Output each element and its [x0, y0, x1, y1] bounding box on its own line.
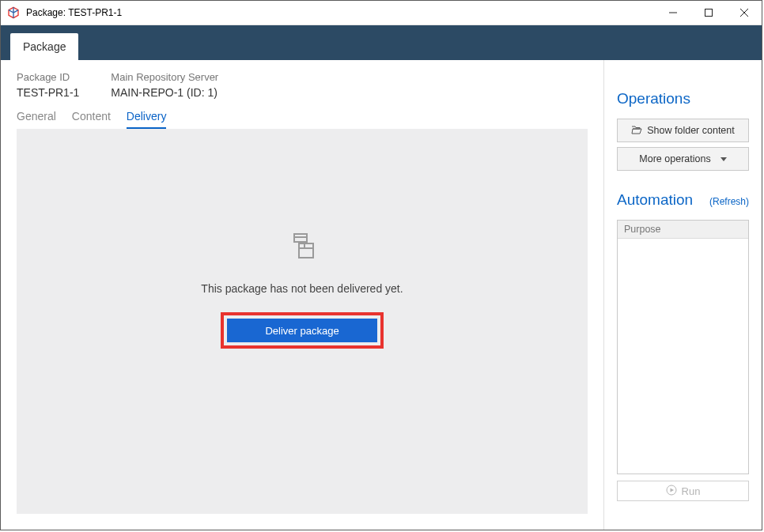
delivery-empty-state: This package has not been delivered yet.…	[201, 231, 403, 349]
property-row: Package ID TEST-PR1-1 Main Repository Se…	[17, 71, 588, 99]
subtab-delivery[interactable]: Delivery	[127, 110, 167, 129]
nav-strip: Package	[1, 25, 762, 60]
chevron-down-icon	[721, 157, 727, 161]
body: Package ID TEST-PR1-1 Main Repository Se…	[1, 60, 762, 530]
show-folder-label: Show folder content	[647, 125, 735, 136]
subtab-general[interactable]: General	[17, 110, 56, 129]
prop-package-id: Package ID TEST-PR1-1	[17, 71, 79, 99]
maximize-button[interactable]	[690, 2, 726, 25]
play-circle-icon	[666, 485, 677, 498]
side-panel: Operations Show folder content More oper…	[603, 60, 762, 530]
window-title: Package: TEST-PR1-1	[26, 7, 122, 18]
window: Package: TEST-PR1-1 Package Package ID T…	[0, 0, 762, 530]
prop-label: Package ID	[17, 71, 79, 83]
more-operations-button[interactable]: More operations	[617, 147, 749, 171]
run-button[interactable]: Run	[617, 481, 749, 501]
delivery-empty-text: This package has not been delivered yet.	[201, 282, 403, 295]
purpose-column-header: Purpose	[618, 221, 748, 239]
package-outline-icon	[286, 231, 318, 265]
tab-package[interactable]: Package	[10, 33, 78, 60]
subtab-content[interactable]: Content	[72, 110, 111, 129]
svg-rect-6	[299, 243, 313, 258]
minimize-button[interactable]	[655, 2, 690, 25]
run-label: Run	[682, 485, 701, 497]
show-folder-content-button[interactable]: Show folder content	[617, 119, 749, 142]
titlebar-left: Package: TEST-PR1-1	[1, 6, 122, 19]
automation-header: Automation (Refresh)	[617, 175, 749, 220]
run-button-wrap: Run	[617, 481, 749, 501]
refresh-link[interactable]: (Refresh)	[709, 196, 749, 207]
prop-value: MAIN-REPO-1 (ID: 1)	[111, 86, 218, 99]
main: Package ID TEST-PR1-1 Main Repository Se…	[1, 60, 603, 530]
purpose-list: Purpose	[617, 220, 749, 474]
delivery-panel: This package has not been delivered yet.…	[17, 129, 588, 514]
titlebar: Package: TEST-PR1-1	[1, 1, 762, 25]
automation-title: Automation	[617, 191, 693, 209]
close-button[interactable]	[726, 2, 762, 25]
prop-value: TEST-PR1-1	[17, 86, 79, 99]
prop-repo: Main Repository Server MAIN-REPO-1 (ID: …	[111, 71, 218, 99]
subtabs: General Content Delivery	[17, 110, 588, 129]
prop-label: Main Repository Server	[111, 71, 218, 83]
deliver-package-button[interactable]: Deliver package	[227, 319, 377, 342]
app-icon	[7, 6, 20, 19]
folder-open-icon	[631, 125, 642, 137]
deliver-highlight: Deliver package	[221, 312, 384, 349]
svg-rect-1	[705, 9, 712, 17]
operations-title: Operations	[617, 90, 749, 108]
window-controls	[655, 2, 762, 25]
more-operations-label: More operations	[639, 153, 710, 164]
